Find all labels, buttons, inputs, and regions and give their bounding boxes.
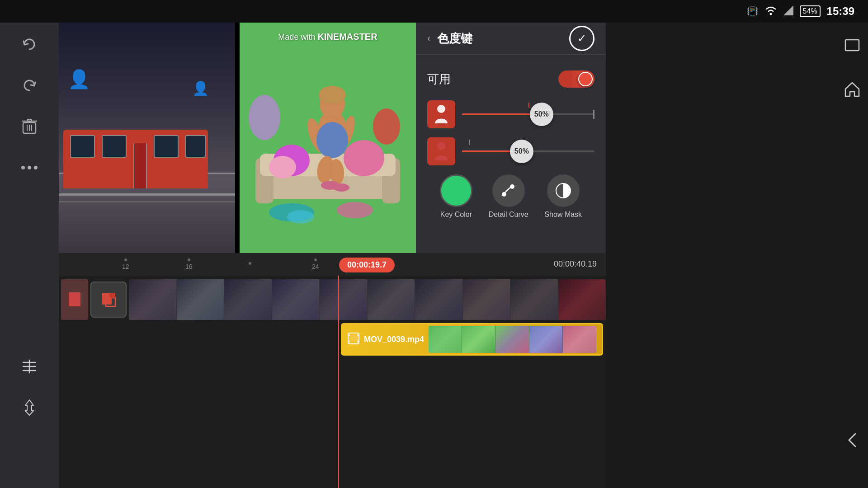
overlay-filmstrip xyxy=(429,326,596,353)
ruler-mark-16: 16 xyxy=(185,258,193,270)
key-color-control[interactable]: Key Color xyxy=(440,174,472,219)
detail-curve-control[interactable]: Detail Curve xyxy=(489,174,528,219)
left-sidebar xyxy=(0,23,59,488)
enabled-toggle-row: 可用 xyxy=(427,70,594,88)
panel-back-button[interactable]: ‹ xyxy=(427,33,430,44)
preview-left: 👤 👤 xyxy=(59,23,235,253)
svg-point-23 xyxy=(269,156,296,178)
home-button[interactable] xyxy=(844,80,861,101)
battery-percent: 54% xyxy=(803,7,817,15)
svg-point-35 xyxy=(287,210,314,224)
ruler-mark-12: 12 xyxy=(122,258,129,270)
back-button[interactable] xyxy=(845,432,859,452)
svg-marker-2 xyxy=(783,5,793,15)
svg-rect-54 xyxy=(357,341,359,343)
wifi-icon xyxy=(764,5,777,18)
show-mask-control[interactable]: Show Mask xyxy=(544,174,582,219)
detail-curve-label: Detail Curve xyxy=(489,211,528,219)
panel-divider xyxy=(416,54,606,55)
key-color-circle xyxy=(440,174,472,207)
track-filmstrip xyxy=(129,279,606,320)
vibrate-icon: 📳 xyxy=(747,6,758,17)
svg-point-9 xyxy=(21,166,25,169)
svg-point-38 xyxy=(249,95,280,140)
svg-point-43 xyxy=(510,184,514,189)
battery-indicator: 54% xyxy=(800,5,821,17)
svg-point-26 xyxy=(319,86,346,104)
slider1-icon-box xyxy=(427,100,455,128)
ruler-mark-24: 24 xyxy=(312,258,319,270)
controls-row: Key Color Detail Curve xyxy=(427,174,594,219)
panel-content: 可用 50% xyxy=(416,61,606,223)
slider2-container: 50% xyxy=(462,137,594,165)
svg-point-41 xyxy=(500,182,518,200)
svg-point-42 xyxy=(502,192,506,197)
detail-curve-icon-circle xyxy=(492,174,525,207)
slider1-container: 50% xyxy=(462,100,594,128)
svg-rect-52 xyxy=(357,334,359,336)
slider2-row: 50% xyxy=(427,137,594,165)
color-key-panel: ‹ 色度键 ✓ 可用 xyxy=(416,23,606,253)
toggle-thumb xyxy=(578,72,593,86)
panel-confirm-button[interactable]: ✓ xyxy=(569,26,594,51)
svg-point-10 xyxy=(28,166,31,169)
current-timecode: 00:00:19.7 xyxy=(339,258,395,272)
main-track-row: 🎬 1.0x xyxy=(59,276,606,323)
svg-rect-51 xyxy=(348,334,350,336)
slider1-thumb[interactable]: 50% xyxy=(530,103,553,126)
pin-button[interactable] xyxy=(17,395,42,420)
overlay-track-film-icon xyxy=(348,333,359,347)
svg-point-22 xyxy=(344,140,384,176)
svg-point-39 xyxy=(437,105,445,113)
redo-button[interactable] xyxy=(17,73,42,98)
confirm-checkmark: ✓ xyxy=(577,32,586,45)
track-thumbnail xyxy=(61,279,88,320)
show-mask-icon-circle xyxy=(547,174,580,207)
signal-icon xyxy=(783,5,793,18)
ruler-mark-20 xyxy=(249,262,251,267)
right-sidebar xyxy=(836,23,868,488)
preview-area: 👤 👤 Made with KINEMASTER xyxy=(59,23,416,253)
overlay-track-row: MOV_0039.mp4 xyxy=(59,323,606,361)
timeline-tracks: 🎬 1.0x xyxy=(59,276,606,488)
ruler-marks: 12 16 24 28 xyxy=(59,253,606,276)
svg-rect-5 xyxy=(27,119,32,122)
timeline-ruler: 12 16 24 28 00:00:19.7 00:00:40.19 xyxy=(59,253,606,276)
svg-point-11 xyxy=(34,166,38,169)
panel-header: ‹ 色度键 ✓ xyxy=(416,23,606,54)
svg-point-0 xyxy=(769,13,772,15)
svg-rect-46 xyxy=(69,292,80,306)
slider2-thumb[interactable]: 50% xyxy=(510,140,533,163)
status-bar: 📳 54% 15:39 xyxy=(0,0,868,23)
slider2-icon-box xyxy=(427,137,455,165)
timeline-area: 12 16 24 28 00:00:19.7 00:00:40.19 xyxy=(59,253,606,488)
panel-title: 色度键 xyxy=(430,31,569,47)
svg-point-36 xyxy=(337,202,373,218)
total-timecode: 00:00:40.19 xyxy=(554,259,597,269)
slider2-track[interactable]: 50% xyxy=(462,150,594,152)
show-mask-label: Show Mask xyxy=(544,211,582,219)
svg-point-33 xyxy=(333,183,349,192)
split-button[interactable] xyxy=(17,354,42,379)
main-filmstrip[interactable]: 🎬 1.0x xyxy=(129,279,606,320)
slider1-row: 50% xyxy=(427,100,594,128)
svg-point-37 xyxy=(373,108,400,145)
svg-point-29 xyxy=(316,122,348,158)
import-button[interactable] xyxy=(90,282,127,318)
preview-right: Made with KINEMASTER xyxy=(240,23,416,253)
system-time: 15:39 xyxy=(827,5,854,18)
playhead xyxy=(338,276,339,488)
enabled-toggle[interactable] xyxy=(558,70,594,88)
aspect-ratio-button[interactable] xyxy=(843,36,861,57)
delete-button[interactable] xyxy=(17,114,42,139)
overlay-track-name: MOV_0039.mp4 xyxy=(364,335,424,344)
slider1-track[interactable]: 50% xyxy=(462,113,594,115)
overlay-track[interactable]: MOV_0039.mp4 xyxy=(341,323,603,356)
toggle-track xyxy=(558,70,594,88)
key-color-label: Key Color xyxy=(440,211,472,219)
svg-rect-48 xyxy=(109,293,115,298)
svg-rect-50 xyxy=(348,335,359,342)
more-options-button[interactable] xyxy=(17,155,42,180)
undo-button[interactable] xyxy=(17,32,42,57)
enabled-label: 可用 xyxy=(427,71,451,87)
